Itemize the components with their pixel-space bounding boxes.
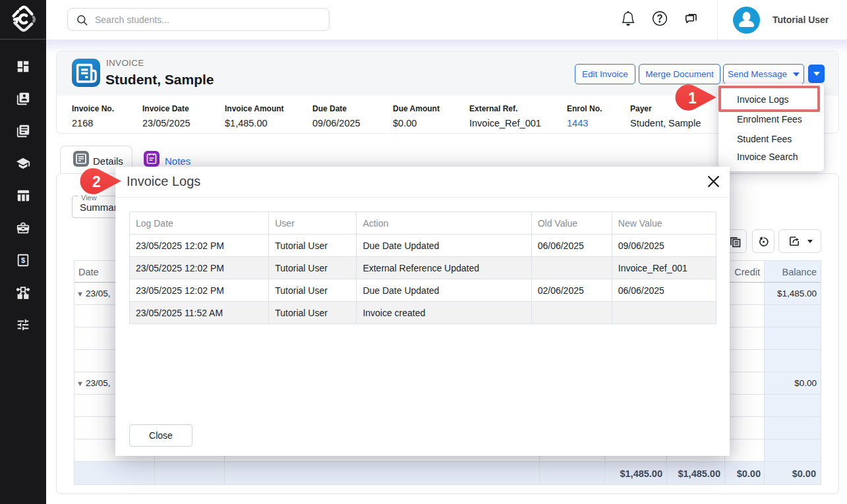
svg-text:$: $ xyxy=(21,256,25,264)
